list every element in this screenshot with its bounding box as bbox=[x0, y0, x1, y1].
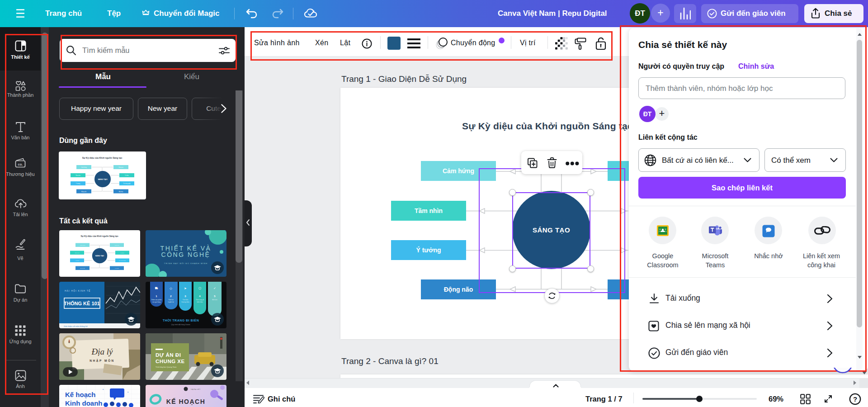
svg-text:Thiết kế: Thiết kế bbox=[168, 299, 174, 301]
svg-text:Từ công nghệ: Từ công nghệ bbox=[119, 260, 126, 261]
svg-text:vào giỏ hàng: vào giỏ hàng bbox=[152, 301, 160, 303]
svg-text:KẾ HOẠCH: KẾ HOẠCH bbox=[166, 398, 206, 405]
svg-text:SÁNG TẠO: SÁNG TẠO bbox=[98, 178, 107, 180]
svg-text:Tri thức: Tri thức bbox=[120, 252, 124, 254]
svg-text:Mô hình: Mô hình bbox=[212, 299, 217, 301]
svg-text:biển hiệu: biển hiệu bbox=[197, 301, 203, 303]
svg-text:Sự Kỳ diệu của Khởi nguồn Sáng: Sự Kỳ diệu của Khởi nguồn Sáng tạo bbox=[82, 156, 123, 159]
svg-text:⬠: ⬠ bbox=[198, 287, 201, 290]
svg-text:SÁNG TẠO: SÁNG TẠO bbox=[95, 255, 104, 257]
svg-text:HẢI HỘI KINH TẾ: HẢI HỘI KINH TẾ bbox=[65, 289, 91, 292]
svg-text:THỜI TRANG ĐI BIỂN: THỜI TRANG ĐI BIỂN bbox=[163, 318, 199, 322]
svg-text:➤: ➤ bbox=[184, 287, 187, 290]
svg-text:Giới thiệu về môn thống kê: Giới thiệu về môn thống kê bbox=[64, 325, 88, 327]
svg-text:Trình bày bởi Quang Toàn: Trình bày bởi Quang Toàn bbox=[156, 366, 176, 368]
svg-text:Sự Kỳ diệu của Khởi nguồn Sáng: Sự Kỳ diệu của Khởi nguồn Sáng tạo bbox=[80, 235, 118, 237]
svg-text:Động não: Động não bbox=[81, 191, 87, 193]
svg-text:Thêm sản phẩm: Thêm sản phẩm bbox=[151, 299, 161, 301]
svg-text:Hội thảo: Hội thảo bbox=[115, 268, 119, 269]
svg-text:Thời trang đi: Thời trang đi bbox=[196, 299, 204, 301]
svg-text:Ý tưởng: Ý tưởng bbox=[76, 183, 80, 185]
svg-text:Tầm nhìn: Tầm nhìn bbox=[75, 175, 81, 176]
svg-text:Tri thức: Tri thức bbox=[125, 175, 129, 176]
svg-text:NHẬP MÔN: NHẬP MÔN bbox=[90, 359, 114, 362]
svg-text:THỐNG KÊ 101: THỐNG KÊ 101 bbox=[64, 300, 99, 306]
svg-text:Lớp học số 1: Lớp học số 1 bbox=[191, 388, 200, 390]
svg-text:Động não: Động não bbox=[80, 268, 85, 269]
svg-text:CHUNG XE: CHUNG XE bbox=[156, 359, 185, 364]
svg-text:Tìm hiểu: Tìm hiểu bbox=[183, 299, 189, 301]
svg-text:Sáng tạo: Sáng tạo bbox=[114, 245, 119, 246]
svg-text:truyền tải: truyền tải bbox=[168, 301, 174, 303]
svg-text:Từ công nghệ: Từ công nghệ bbox=[123, 183, 131, 185]
svg-text:thương hiệu: thương hiệu bbox=[181, 301, 189, 303]
svg-text:TRÌNH BÀY BỞI ĐỖ KHÁNH MINH: TRÌNH BÀY BỞI ĐỖ KHÁNH MINH bbox=[164, 262, 208, 265]
svg-text:◇: ◇ bbox=[170, 287, 172, 290]
svg-text:Cảm hứng: Cảm hứng bbox=[80, 245, 85, 246]
svg-text:✦: ✦ bbox=[127, 391, 129, 393]
svg-text:Kinh doanh: Kinh doanh bbox=[65, 399, 103, 407]
svg-text:Quy trình đặt hàng 5 bước: Quy trình đặt hàng 5 bước bbox=[171, 324, 191, 326]
svg-text:?: ? bbox=[853, 395, 857, 403]
svg-text:Hội thảo: Hội thảo bbox=[119, 191, 123, 193]
svg-text:Sáng tạo: Sáng tạo bbox=[118, 166, 123, 168]
svg-text:✦: ✦ bbox=[102, 388, 104, 391]
svg-text:CÔNG NGHỆ: CÔNG NGHỆ bbox=[161, 251, 211, 258]
svg-text:Tầm nhìn: Tầm nhìn bbox=[75, 252, 80, 254]
svg-text:Ý tưởng: Ý tưởng bbox=[75, 260, 80, 261]
svg-text:✓: ✓ bbox=[213, 287, 216, 290]
svg-text:Địa lý: Địa lý bbox=[91, 347, 113, 356]
svg-text:⛟: ⛟ bbox=[155, 287, 158, 290]
svg-text:Kế hoạch: Kế hoạch bbox=[65, 391, 96, 398]
svg-text:DỰ ÁN ĐI: DỰ ÁN ĐI bbox=[156, 352, 181, 358]
svg-text:Cảm hứng: Cảm hứng bbox=[81, 166, 87, 168]
